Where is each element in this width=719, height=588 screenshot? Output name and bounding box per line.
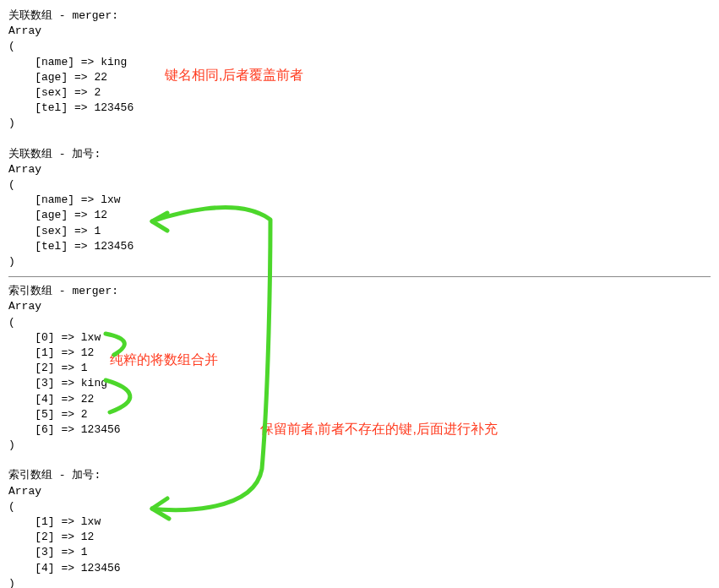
block3-line1: [1] => 12 <box>8 346 94 359</box>
block2-line2: [sex] => 1 <box>8 225 101 237</box>
block3-line2: [2] => 1 <box>8 362 88 374</box>
block2-close: ) <box>8 255 15 268</box>
block2-open: ( <box>8 178 15 191</box>
block1-line2: [sex] => 2 <box>8 86 101 99</box>
block1-close: ) <box>8 117 15 129</box>
block3-line0: [0] => lxw <box>8 331 101 344</box>
block4-array-label: Array <box>8 485 41 498</box>
block4-line2: [3] => 1 <box>8 546 88 558</box>
block1-array-label: Array <box>8 24 41 37</box>
block4-close: ) <box>8 577 15 588</box>
block3-close: ) <box>8 438 15 451</box>
annotation-1: 键名相同,后者覆盖前者 <box>165 66 303 84</box>
block1-title: 关联数组 - merger: <box>8 9 118 22</box>
block4-open: ( <box>8 500 15 513</box>
block-assoc-merger: 关联数组 - merger: Array ( [name] => king [a… <box>8 8 711 132</box>
block4-line1: [2] => 12 <box>8 531 94 543</box>
divider <box>8 276 711 277</box>
block3-title: 索引数组 - merger: <box>8 285 118 297</box>
block-assoc-plus: 关联数组 - 加号: Array ( [name] => lxw [age] =… <box>8 147 711 270</box>
block3-array-label: Array <box>8 300 41 313</box>
block4-line0: [1] => lxw <box>8 515 101 528</box>
block1-open: ( <box>8 40 15 52</box>
block4-line3: [4] => 123456 <box>8 562 121 574</box>
block1-line1: [age] => 22 <box>8 71 107 84</box>
block2-line3: [tel] => 123456 <box>8 240 133 253</box>
block1-line0: [name] => king <box>8 56 127 68</box>
block3-open: ( <box>8 316 15 329</box>
annotation-3: 保留前者,前者不存在的键,后面进行补充 <box>260 420 498 438</box>
block4-title: 索引数组 - 加号: <box>8 469 101 482</box>
block2-line1: [age] => 12 <box>8 209 107 221</box>
block3-line5: [5] => 2 <box>8 408 88 421</box>
block1-line3: [tel] => 123456 <box>8 101 133 114</box>
block3-line4: [4] => 22 <box>8 393 94 406</box>
block2-array-label: Array <box>8 163 41 176</box>
block-index-plus: 索引数组 - 加号: Array ( [1] => lxw [2] => 12 … <box>8 468 711 588</box>
block3-line6: [6] => 123456 <box>8 423 121 436</box>
block3-line3: [3] => king <box>8 377 107 389</box>
annotation-2: 纯粹的将数组合并 <box>110 351 218 369</box>
block2-title: 关联数组 - 加号: <box>8 148 101 161</box>
block2-line0: [name] => lxw <box>8 193 121 206</box>
